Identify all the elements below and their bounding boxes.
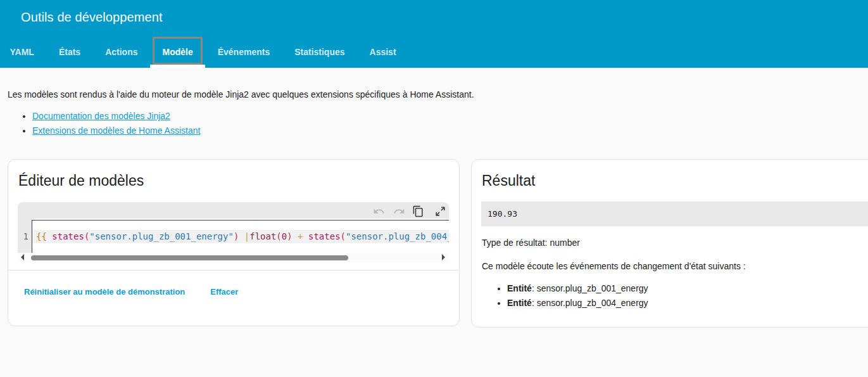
editor-card-actions: Réinitialiser au modèle de démonstration…	[18, 280, 257, 303]
entity-label: Entité	[507, 283, 532, 293]
line-number: 1	[18, 230, 28, 243]
entity-id: : sensor.plug_zb_004_energy	[532, 298, 648, 308]
redo-icon	[393, 205, 405, 217]
doc-link[interactable]: Extensions de modèles de Home Assistant	[32, 125, 200, 136]
scrollbar-thumb[interactable]	[31, 255, 349, 260]
card-divider	[8, 270, 459, 271]
tab-actions[interactable]: Actions	[93, 36, 150, 68]
result-card-title: Résultat	[482, 171, 535, 191]
documentation-links: Documentation des modèles Jinja2Extensio…	[8, 109, 200, 138]
editor-gutter: 1	[18, 219, 32, 253]
code-token: (	[341, 231, 346, 241]
tab-label: Statistiques	[294, 47, 344, 57]
expand-icon[interactable]	[434, 205, 446, 217]
entity-item: Entité: sensor.plug_zb_004_energy	[507, 296, 648, 310]
app-header: Outils de développement YAMLÉtatsActions…	[0, 0, 868, 68]
result-type: Type de résultat: number	[482, 235, 580, 250]
intro-text: Les modèles sont rendus à l'aide du mote…	[8, 87, 474, 102]
code-editor[interactable]: 1 {{ states("sensor.plug_zb_001_energy")…	[18, 202, 449, 262]
entity-label: Entité	[507, 298, 532, 308]
entity-item: Entité: sensor.plug_zb_001_energy	[507, 281, 648, 296]
tab-états[interactable]: États	[46, 36, 92, 68]
code-token: {{	[36, 231, 47, 241]
page-title: Outils de développement	[21, 8, 163, 26]
tab-yaml[interactable]: YAML	[0, 36, 46, 68]
reset-demo-template-button[interactable]: Réinitialiser au modèle de démonstration	[18, 280, 191, 303]
doc-link[interactable]: Documentation des modèles Jinja2	[32, 111, 170, 121]
result-value: 190.93	[487, 201, 517, 226]
copy-icon[interactable]	[412, 205, 424, 217]
code-token: states	[308, 231, 341, 241]
scroll-right-arrow-icon[interactable]	[442, 254, 445, 260]
editor-content[interactable]: 1 {{ states("sensor.plug_zb_001_energy")…	[18, 219, 449, 253]
editor-card-title: Éditeur de modèles	[18, 171, 144, 191]
result-box: 190.93	[481, 201, 868, 226]
tab-bar: YAMLÉtatsActionsModèleÉvénementsStatisti…	[0, 36, 408, 68]
code-token: float	[249, 231, 276, 241]
clear-button[interactable]: Effacer	[204, 280, 244, 303]
code-token: "sensor.plug_zb_004_energy"	[346, 231, 449, 241]
code-token: )	[287, 231, 292, 241]
active-tab-focus-ring	[153, 37, 203, 65]
code-token: states	[52, 231, 84, 241]
code-token	[292, 231, 298, 241]
code-token	[239, 231, 244, 241]
listens-intro: Ce modèle écoute les événements de chang…	[482, 259, 746, 274]
doc-link-item: Extensions de modèles de Home Assistant	[32, 124, 200, 138]
entity-list: Entité: sensor.plug_zb_001_energyEntité:…	[482, 281, 648, 310]
code-token: +	[298, 231, 303, 241]
entity-id: : sensor.plug_zb_001_energy	[532, 283, 648, 293]
scroll-left-arrow-icon[interactable]	[21, 254, 24, 260]
tab-label: Assist	[370, 47, 396, 57]
template-editor-card: Éditeur de modèles 1 {{ states("sensor.p…	[8, 159, 460, 326]
tab-label: Événements	[218, 47, 270, 57]
tab-label: États	[59, 47, 80, 57]
result-card: Résultat 190.93 Type de résultat: number…	[471, 159, 868, 328]
editor-horizontal-scrollbar[interactable]	[18, 253, 449, 263]
code-token: 0	[282, 231, 287, 241]
tab-label: YAML	[10, 47, 34, 57]
tab-statistiques[interactable]: Statistiques	[282, 36, 357, 68]
code-token: "sensor.plug_zb_001_energy"	[89, 231, 234, 241]
code-line[interactable]: {{ states("sensor.plug_zb_001_energy") |…	[36, 230, 449, 243]
code-token: (	[276, 231, 281, 241]
tab-assist[interactable]: Assist	[357, 36, 408, 68]
tab-événements[interactable]: Événements	[205, 36, 282, 68]
code-token	[303, 231, 308, 241]
code-token: |	[244, 231, 249, 241]
tab-modèle[interactable]: Modèle	[150, 36, 205, 68]
active-tab-indicator	[150, 65, 205, 68]
tab-label: Actions	[105, 47, 137, 57]
undo-icon	[373, 205, 385, 217]
doc-link-item: Documentation des modèles Jinja2	[32, 109, 200, 124]
editor-toolbar	[18, 202, 449, 219]
